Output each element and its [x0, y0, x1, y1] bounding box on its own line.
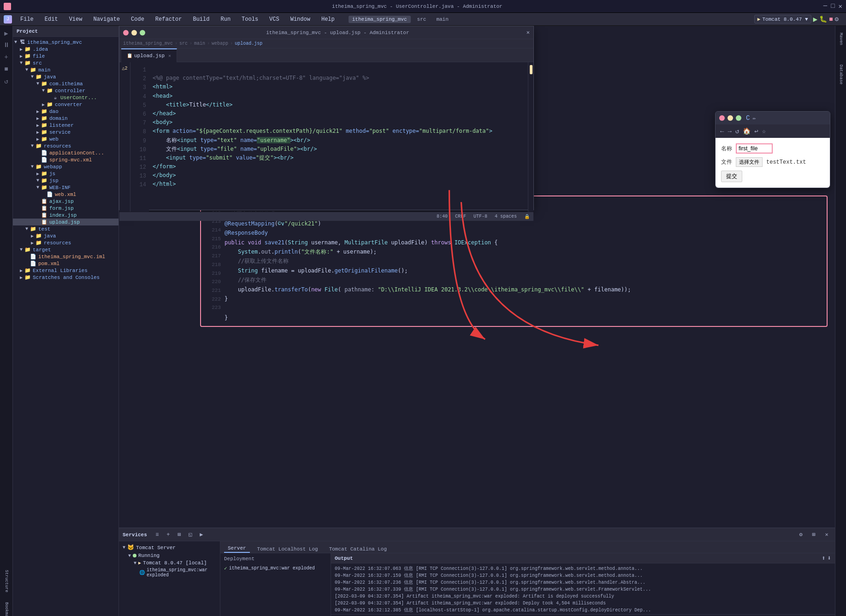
- form-submit-btn[interactable]: 提交: [721, 171, 742, 182]
- tree-item-9[interactable]: ▶📁converter: [13, 101, 118, 108]
- popup-close-btn[interactable]: [719, 115, 725, 121]
- war-exploded-item[interactable]: 🌐 itheima_spring_mvc:war exploded: [121, 567, 218, 579]
- menu-vcs[interactable]: VCS: [266, 15, 282, 24]
- tree-item-11[interactable]: ▶📁domain: [13, 115, 118, 122]
- tree-item-5[interactable]: ▼📁java: [13, 73, 118, 80]
- tree-item-32[interactable]: 📄pom.xml: [13, 260, 118, 267]
- project-tab-0[interactable]: itheima_spring_mvc: [349, 16, 411, 23]
- toolbar-stop-icon[interactable]: ■: [1, 64, 12, 75]
- jsp-win-close-x[interactable]: ✕: [527, 29, 530, 36]
- popup-min-btn[interactable]: [728, 115, 733, 121]
- tab-catalina-log[interactable]: Tomcat Catalina Log: [325, 545, 390, 553]
- menu-help[interactable]: Help: [319, 15, 337, 24]
- services-toolbar-icon2[interactable]: +: [164, 530, 173, 539]
- tree-item-25[interactable]: 📋index.jsp: [13, 212, 118, 219]
- form-name-input[interactable]: [736, 143, 773, 154]
- nav-undo[interactable]: ↩: [753, 126, 759, 136]
- services-toolbar-icon3[interactable]: ⊞: [175, 530, 184, 539]
- tree-item-17[interactable]: 📄spring-mvc.xml: [13, 156, 118, 163]
- tree-item-10[interactable]: ▶📁dao: [13, 108, 118, 115]
- menu-navigate[interactable]: Navigate: [90, 15, 123, 24]
- tomcat-version-item[interactable]: ▼ ▶ Tomcat 8.0.47 [local]: [121, 559, 218, 567]
- nav-star[interactable]: ☆: [761, 126, 767, 136]
- tree-item-22[interactable]: 📄web.xml: [13, 191, 118, 198]
- tree-item-20[interactable]: ▼📁jsp: [13, 177, 118, 184]
- tree-item-24[interactable]: 📋form.jsp: [13, 205, 118, 212]
- jsp-win-min[interactable]: [131, 30, 137, 36]
- menu-code[interactable]: Code: [128, 15, 147, 24]
- jsp-win-close[interactable]: [123, 30, 129, 36]
- minimize-btn[interactable]: ─: [823, 2, 827, 10]
- tree-item-3[interactable]: ▼📁src: [13, 59, 118, 66]
- tree-item-29[interactable]: ▶📁resources: [13, 239, 118, 246]
- tree-item-13[interactable]: ▶📁service: [13, 129, 118, 136]
- maximize-btn[interactable]: □: [831, 2, 834, 10]
- tree-item-15[interactable]: ▼📁resources: [13, 142, 118, 149]
- tree-item-4[interactable]: ▼📁main: [13, 66, 118, 73]
- tree-item-27[interactable]: ▼📁test: [13, 225, 118, 232]
- scroll-down-btn[interactable]: ⬇: [828, 554, 831, 562]
- tree-item-34[interactable]: ▶📁Scratches and Consoles: [13, 274, 118, 281]
- deployment-item[interactable]: ✓ itheima_spring_mvc:war exploded: [222, 564, 329, 572]
- tree-item-14[interactable]: ▶📁web: [13, 136, 118, 142]
- tree-item-31[interactable]: 📄itheima_spring_mvc.iml: [13, 253, 118, 260]
- toolbar-bookmarks-icon[interactable]: Bookmarks: [1, 599, 12, 616]
- toolbar-run-icon[interactable]: ▶: [1, 28, 12, 39]
- tab-localhost-log[interactable]: Tomcat Localhost Log: [254, 545, 322, 553]
- jsp-code-content[interactable]: <%@ page contentType="text/html;charset=…: [149, 62, 528, 212]
- menu-build[interactable]: Build: [190, 15, 212, 24]
- tree-item-30[interactable]: ▼📁target: [13, 246, 118, 253]
- tree-item-33[interactable]: ▶📁External Libraries: [13, 267, 118, 274]
- project-tree[interactable]: ▼🏗itheima_spring_mvc▶📁.idea▶📁file▼📁src▼📁…: [13, 37, 118, 616]
- project-tab-2[interactable]: main: [432, 16, 452, 23]
- services-settings[interactable]: ⚙: [796, 530, 805, 539]
- maven-icon[interactable]: Maven: [836, 28, 846, 51]
- menu-view[interactable]: View: [66, 15, 85, 24]
- tree-item-16[interactable]: 📄applicationCont...: [13, 149, 118, 156]
- form-file-btn[interactable]: 选择文件: [736, 157, 763, 167]
- tree-item-18[interactable]: ▼📁webapp: [13, 163, 118, 170]
- database-icon[interactable]: Database: [836, 61, 846, 89]
- services-toolbar-icon1[interactable]: ≡: [153, 530, 162, 539]
- tree-item-8[interactable]: ☕UserContr...: [13, 94, 118, 101]
- tab-server[interactable]: Server: [224, 545, 250, 553]
- menu-window[interactable]: Window: [288, 15, 313, 24]
- tree-item-12[interactable]: ▶📁listener: [13, 122, 118, 129]
- services-tree[interactable]: ▼ 🐱 Tomcat Server ▼ Running ▼ ▶ Tomcat 8…: [119, 541, 220, 616]
- tree-item-28[interactable]: ▶📁java: [13, 232, 118, 239]
- tomcat-selector[interactable]: ▶ Tomcat 8.0.47 ▼: [754, 15, 811, 24]
- menu-tools[interactable]: Tools: [239, 15, 261, 24]
- toolbar-reload-icon[interactable]: ↺: [1, 76, 12, 87]
- tree-item-6[interactable]: ▼📁com.itheima: [13, 80, 118, 87]
- services-toolbar-icon4[interactable]: ◱: [186, 530, 195, 539]
- jsp-win-max[interactable]: [140, 30, 145, 36]
- tree-item-0[interactable]: ▼🏗itheima_spring_mvc: [13, 39, 118, 46]
- toolbar-add-icon[interactable]: +: [1, 52, 12, 63]
- tree-item-21[interactable]: ▼📁WEB-INF: [13, 184, 118, 191]
- tree-item-7[interactable]: ▼📁controller: [13, 87, 118, 94]
- toolbar-debug-icon[interactable]: ⏸: [1, 40, 12, 51]
- scroll-up-btn[interactable]: ⬆: [822, 554, 825, 562]
- menu-run[interactable]: Run: [218, 15, 233, 24]
- project-tab-1[interactable]: src: [414, 16, 430, 23]
- running-item[interactable]: ▼ Running: [121, 552, 218, 559]
- output-panel[interactable]: 09-Mar-2022 16:32:07.063 信息 [RMI TCP Con…: [331, 563, 835, 614]
- nav-forward[interactable]: →: [727, 127, 732, 136]
- toolbar-structure-icon[interactable]: Structure: [1, 567, 12, 595]
- menu-file[interactable]: File: [18, 15, 36, 24]
- tree-item-26[interactable]: 📋upload.jsp: [13, 219, 118, 225]
- services-layout[interactable]: ⊞: [809, 530, 818, 539]
- menu-refactor[interactable]: Refactor: [153, 15, 185, 24]
- tomcat-server-item[interactable]: ▼ 🐱 Tomcat Server: [121, 543, 218, 552]
- tree-item-23[interactable]: 📋ajax.jsp: [13, 198, 118, 205]
- tree-item-19[interactable]: ▶📁js: [13, 170, 118, 177]
- jsp-tab-close[interactable]: ✕: [168, 53, 171, 59]
- run-btn[interactable]: ▶: [813, 15, 818, 24]
- debug-btn[interactable]: 🐛: [819, 15, 827, 23]
- settings-btn[interactable]: ⚙: [835, 15, 839, 23]
- popup-max-btn[interactable]: [736, 115, 741, 121]
- jsp-file-tab[interactable]: 📋 upload.jsp ✕: [121, 48, 177, 62]
- nav-back[interactable]: ←: [719, 127, 725, 136]
- services-close[interactable]: ✕: [822, 530, 831, 539]
- stop-btn[interactable]: ■: [829, 16, 833, 23]
